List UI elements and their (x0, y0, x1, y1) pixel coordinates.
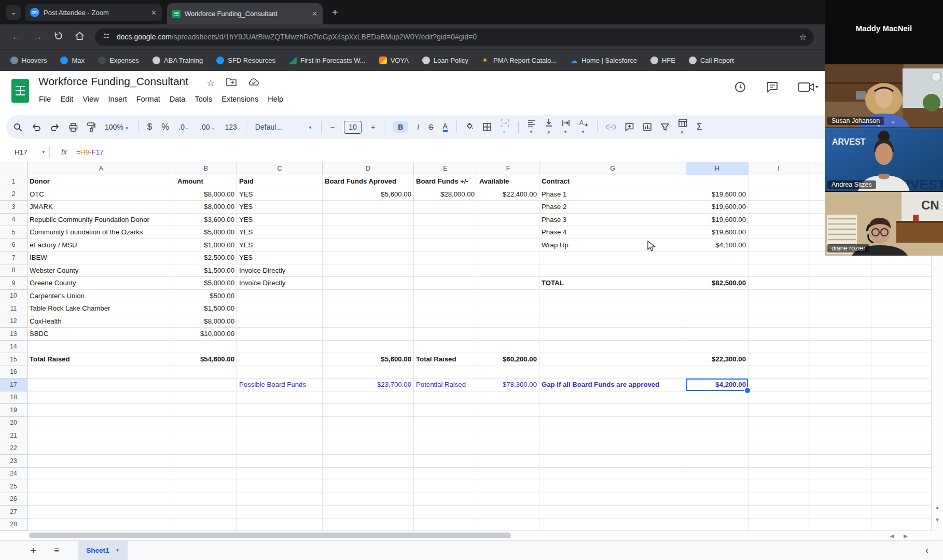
row-header-4[interactable]: 4 (0, 214, 27, 227)
collapse-panel-icon[interactable]: ‹ (925, 545, 928, 556)
menu-insert[interactable]: Insert (104, 93, 132, 105)
cell-E9[interactable] (414, 277, 477, 290)
cell-J19[interactable] (809, 404, 871, 417)
cell-C20[interactable] (237, 417, 323, 430)
cell-B25[interactable] (175, 480, 237, 493)
cell-H9[interactable]: $82,500.00 (686, 277, 748, 290)
bold-button[interactable]: B (393, 121, 408, 133)
cell-J25[interactable] (809, 480, 871, 493)
row-header-18[interactable]: 18 (0, 391, 27, 404)
cell-A16[interactable] (27, 366, 175, 379)
cell-G25[interactable] (539, 480, 686, 493)
cell-H28[interactable] (686, 519, 748, 531)
cell-D6[interactable] (323, 239, 414, 252)
move-folder-icon[interactable] (226, 78, 237, 89)
row-header-10[interactable]: 10 (0, 290, 27, 303)
cell-B4[interactable]: $3,600.00 (175, 214, 237, 227)
cell-D5[interactable] (323, 226, 414, 239)
participant-video-andrea[interactable]: ARVEST ARVEST Andrea Sitzes (825, 128, 943, 191)
participant-video-susan[interactable]: Susan Johanson (825, 64, 943, 128)
cell-B15[interactable]: $54,600.00 (175, 353, 237, 366)
cell-I7[interactable] (748, 251, 809, 264)
row-header-27[interactable]: 27 (0, 506, 27, 519)
cell-A3[interactable]: JMARK (27, 201, 175, 214)
cell-D7[interactable] (323, 251, 414, 264)
cell-I22[interactable] (748, 442, 809, 455)
column-header-H[interactable]: H (686, 162, 748, 175)
scroll-right-icon[interactable]: ▶ (904, 533, 908, 539)
cell-B11[interactable]: $1,500.00 (175, 302, 237, 315)
cell-I3[interactable] (748, 201, 809, 214)
cell-J24[interactable] (809, 468, 871, 481)
forward-icon[interactable]: → (33, 31, 43, 43)
bookmark-item[interactable]: ☁Home | Salesforce (570, 57, 637, 64)
bookmark-item[interactable]: ✦PMA Report Catalo... (482, 57, 557, 64)
cell-I6[interactable] (748, 239, 809, 252)
fill-color-button[interactable] (466, 122, 474, 132)
row-header-1[interactable]: 1 (0, 175, 27, 188)
cell-J12[interactable] (809, 315, 871, 328)
cell-H18[interactable] (686, 391, 748, 404)
column-header-F[interactable]: F (477, 162, 539, 175)
table-views-icon[interactable]: ▼ (678, 119, 687, 135)
cell-H11[interactable] (686, 302, 748, 315)
cell-G9[interactable]: TOTAL (539, 277, 686, 290)
cell-G11[interactable] (539, 302, 686, 315)
cell-I9[interactable] (748, 277, 809, 290)
cell-F19[interactable] (477, 404, 539, 417)
cell-F1[interactable]: Available (477, 175, 539, 188)
cell-K18[interactable] (871, 391, 932, 404)
cell-E4[interactable] (414, 214, 477, 227)
cell-K12[interactable] (871, 315, 932, 328)
cell-E5[interactable] (414, 226, 477, 239)
tab-search-button[interactable]: ⌄ (6, 5, 21, 20)
decrease-decimal-button[interactable]: .0← (178, 123, 190, 131)
cell-A10[interactable]: Carpenter's Union (27, 290, 175, 303)
row-header-22[interactable]: 22 (0, 442, 27, 455)
bookmark-item[interactable]: Max (60, 57, 85, 64)
row-header-28[interactable]: 28 (0, 519, 27, 531)
create-filter-icon[interactable] (661, 123, 669, 131)
cell-H1[interactable] (686, 175, 748, 188)
cell-G22[interactable] (539, 442, 686, 455)
cell-E25[interactable] (414, 480, 477, 493)
menu-help[interactable]: Help (263, 93, 288, 105)
cell-J15[interactable] (809, 353, 871, 366)
column-header-G[interactable]: G (539, 162, 686, 175)
cell-C3[interactable]: YES (237, 201, 323, 214)
cell-G14[interactable] (539, 341, 686, 354)
cell-C25[interactable] (237, 480, 323, 493)
cell-B18[interactable] (175, 391, 237, 404)
insert-chart-icon[interactable] (643, 123, 651, 131)
cell-K23[interactable] (871, 455, 932, 468)
cell-A25[interactable] (27, 480, 175, 493)
cell-G8[interactable] (539, 264, 686, 277)
row-header-26[interactable]: 26 (0, 493, 27, 506)
italic-button[interactable]: I (417, 123, 419, 131)
bookmark-item[interactable]: Hoovers (10, 57, 47, 64)
cell-G7[interactable] (539, 251, 686, 264)
cell-J20[interactable] (809, 417, 871, 430)
cell-F2[interactable]: $22,400.00 (477, 188, 539, 201)
cell-E21[interactable] (414, 429, 477, 442)
cell-G24[interactable] (539, 468, 686, 481)
cell-G20[interactable] (539, 417, 686, 430)
cell-C17[interactable]: Possible Board Funds (237, 379, 323, 391)
participant-video-diane[interactable]: CN diane rozier (825, 191, 943, 255)
redo-icon[interactable] (50, 123, 60, 131)
cell-F16[interactable] (477, 366, 539, 379)
cell-B17[interactable] (175, 379, 237, 391)
cell-H21[interactable] (686, 429, 748, 442)
cell-C13[interactable] (237, 328, 323, 341)
cell-D9[interactable] (323, 277, 414, 290)
cell-D3[interactable] (323, 201, 414, 214)
cell-A20[interactable] (27, 417, 175, 430)
cell-F9[interactable] (477, 277, 539, 290)
bookmark-item[interactable]: SFD Resources (216, 57, 275, 64)
cell-I17[interactable] (748, 379, 809, 391)
cell-I25[interactable] (748, 480, 809, 493)
cell-I14[interactable] (748, 341, 809, 354)
row-header-5[interactable]: 5 (0, 226, 27, 239)
cell-G13[interactable] (539, 328, 686, 341)
cell-I5[interactable] (748, 226, 809, 239)
